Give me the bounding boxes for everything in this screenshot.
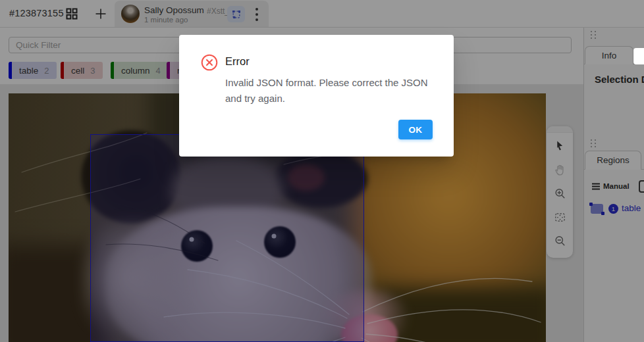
error-dialog-message: Invalid JSON format. Please correct the …: [225, 75, 446, 106]
error-icon: [201, 54, 218, 71]
ok-button[interactable]: OK: [398, 120, 433, 139]
error-dialog: Error Invalid JSON format. Please correc…: [179, 35, 454, 157]
annotation-app: #123873155 Sally Opossum #Xstt_ 1 minute…: [0, 0, 644, 342]
error-dialog-title: Error: [225, 55, 250, 68]
cut-off-white-card: [633, 48, 644, 64]
